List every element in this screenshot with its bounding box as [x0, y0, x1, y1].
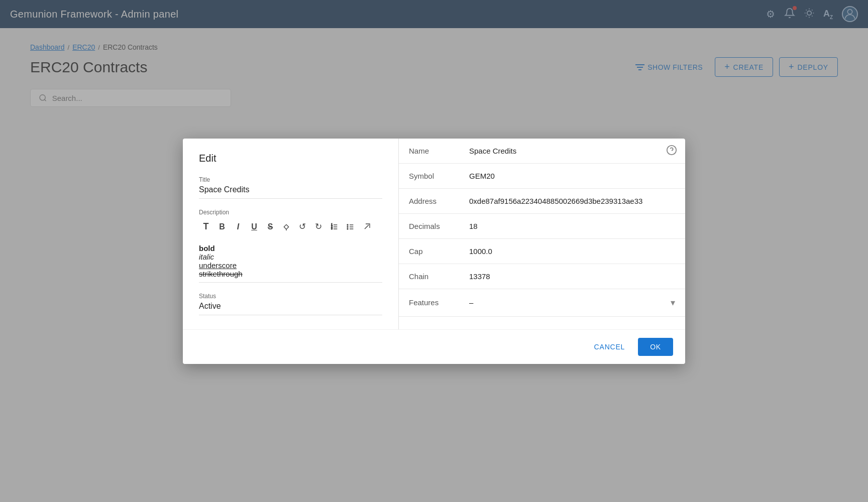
underline-btn[interactable]: U [247, 220, 261, 234]
table-row: Cap 1000.0 [399, 238, 685, 264]
modal-left-panel: Edit Title Space Credits Description T B… [183, 139, 399, 329]
svg-line-28 [365, 225, 369, 229]
svg-point-27 [347, 228, 348, 229]
editor-toolbar: T B I U S ↺ ↻ [199, 220, 382, 234]
modal-footer: CANCEL OK [183, 329, 685, 364]
editor-content[interactable]: bold italic underscore strikethrough [199, 240, 382, 283]
table-row: Address 0xde87af9156a223404885002669d3be… [399, 188, 685, 213]
row-value: – ▾ [459, 289, 685, 316]
table-row: Symbol GEM20 [399, 163, 685, 188]
row-value: 0xde87af9156a223404885002669d3be239313ae… [459, 188, 685, 213]
modal-body: Edit Title Space Credits Description T B… [183, 139, 685, 329]
status-value: Active [199, 302, 382, 315]
table-row: Name Space Credits [399, 139, 685, 164]
undo-btn[interactable]: ↺ [295, 220, 309, 234]
italic-btn[interactable]: I [231, 220, 245, 234]
row-label: Address [399, 188, 459, 213]
modal-overlay: Edit Title Space Credits Description T B… [0, 0, 868, 502]
ok-button[interactable]: OK [638, 338, 673, 356]
highlight-btn[interactable] [279, 220, 293, 234]
row-value: 1000.0 [459, 238, 685, 264]
clear-format-btn[interactable] [360, 220, 374, 234]
row-label: Name [399, 139, 459, 164]
svg-point-25 [347, 224, 348, 225]
help-icon[interactable] [666, 145, 677, 158]
unordered-list-btn[interactable] [344, 220, 358, 234]
row-value: GEM20 [459, 163, 685, 188]
modal-title: Edit [199, 153, 382, 164]
row-label: Decimals [399, 213, 459, 238]
title-value: Space Credits [199, 185, 382, 199]
svg-point-26 [347, 226, 348, 227]
table-row: Features – ▾ [399, 289, 685, 316]
format-text-btn[interactable]: T [199, 220, 213, 234]
bold-btn[interactable]: B [215, 220, 229, 234]
row-label: Cap [399, 238, 459, 264]
title-field: Title Space Credits [199, 176, 382, 199]
strikethrough-btn[interactable]: S [263, 220, 277, 234]
description-field: Description T B I U S ↺ [199, 209, 382, 283]
editor-strike-text: strikethrough [199, 270, 243, 278]
svg-text:3: 3 [331, 227, 333, 230]
info-table: Name Space Credits Symbol GEM20 Address … [399, 139, 685, 317]
row-value: 13378 [459, 264, 685, 289]
edit-modal: Edit Title Space Credits Description T B… [183, 139, 685, 364]
editor-italic-text: italic [199, 253, 214, 261]
description-label: Description [199, 209, 382, 216]
table-row: Chain 13378 [399, 264, 685, 289]
title-label: Title [199, 176, 382, 183]
editor-bold-text: bold [199, 244, 215, 253]
ordered-list-btn[interactable]: 1 2 3 [328, 220, 342, 234]
row-label: Chain [399, 264, 459, 289]
status-field: Status Active [199, 293, 382, 315]
dropdown-arrow-icon[interactable]: ▾ [671, 297, 675, 308]
redo-btn[interactable]: ↻ [311, 220, 325, 234]
editor-underline-text: underscore [199, 261, 237, 270]
row-value: 18 [459, 213, 685, 238]
status-label: Status [199, 293, 382, 300]
cancel-button[interactable]: CANCEL [585, 338, 634, 356]
row-label: Features [399, 289, 459, 316]
table-row: Decimals 18 [399, 213, 685, 238]
row-label: Symbol [399, 163, 459, 188]
row-value: Space Credits [459, 139, 685, 164]
modal-right-panel: Name Space Credits Symbol GEM20 Address … [399, 139, 685, 329]
